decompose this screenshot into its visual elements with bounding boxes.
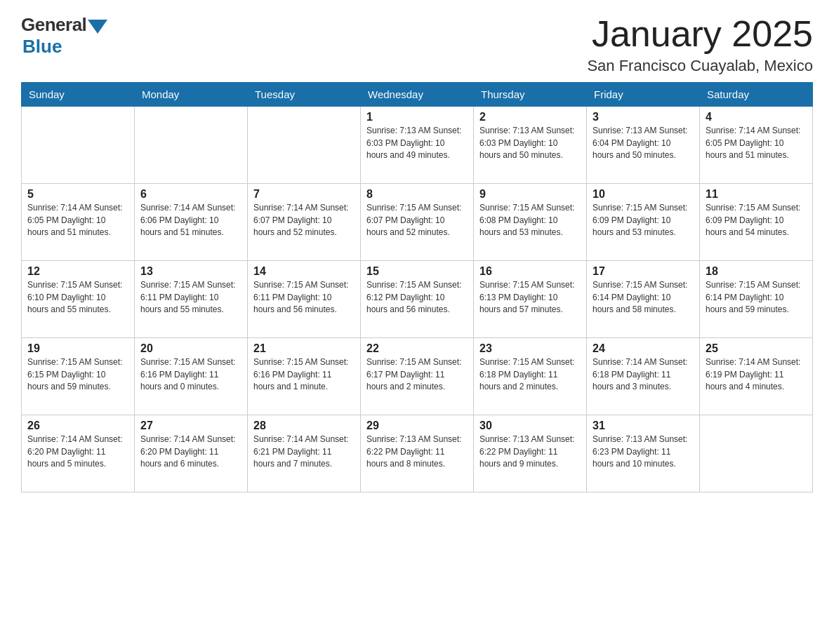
title-section: January 2025 San Francisco Cuayalab, Mex… <box>587 14 813 75</box>
day-number: 11 <box>706 188 807 201</box>
day-info: Sunrise: 7:15 AM Sunset: 6:16 PM Dayligh… <box>253 356 355 393</box>
day-number: 23 <box>479 342 581 355</box>
weekday-header-saturday: Saturday <box>700 83 813 107</box>
calendar-cell: 11Sunrise: 7:15 AM Sunset: 6:09 PM Dayli… <box>700 184 813 261</box>
logo-general-text: General <box>21 14 86 36</box>
day-number: 30 <box>479 420 581 432</box>
calendar-week-row: 1Sunrise: 7:13 AM Sunset: 6:03 PM Daylig… <box>22 107 813 184</box>
logo-triangle-icon <box>88 20 107 34</box>
day-info: Sunrise: 7:14 AM Sunset: 6:07 PM Dayligh… <box>253 202 355 239</box>
day-number: 12 <box>27 265 128 278</box>
day-number: 4 <box>706 111 807 123</box>
month-title: January 2025 <box>587 14 813 54</box>
day-number: 19 <box>27 342 128 355</box>
day-number: 29 <box>366 420 468 432</box>
calendar-cell <box>248 107 361 184</box>
calendar-cell: 26Sunrise: 7:14 AM Sunset: 6:20 PM Dayli… <box>22 415 135 492</box>
page-header: General Blue January 2025 San Francisco … <box>21 14 813 75</box>
calendar-cell: 25Sunrise: 7:14 AM Sunset: 6:19 PM Dayli… <box>700 338 813 415</box>
day-number: 9 <box>479 188 581 201</box>
day-info: Sunrise: 7:14 AM Sunset: 6:06 PM Dayligh… <box>140 202 241 239</box>
day-info: Sunrise: 7:14 AM Sunset: 6:19 PM Dayligh… <box>706 356 807 393</box>
day-number: 18 <box>706 265 807 278</box>
day-number: 27 <box>140 420 241 432</box>
day-number: 5 <box>27 188 128 201</box>
day-info: Sunrise: 7:15 AM Sunset: 6:11 PM Dayligh… <box>140 279 241 316</box>
day-info: Sunrise: 7:13 AM Sunset: 6:23 PM Dayligh… <box>593 434 694 470</box>
day-info: Sunrise: 7:15 AM Sunset: 6:13 PM Dayligh… <box>479 279 581 316</box>
day-info: Sunrise: 7:15 AM Sunset: 6:11 PM Dayligh… <box>253 279 355 316</box>
calendar-cell: 2Sunrise: 7:13 AM Sunset: 6:03 PM Daylig… <box>474 107 587 184</box>
logo: General Blue <box>21 14 107 58</box>
calendar-cell: 12Sunrise: 7:15 AM Sunset: 6:10 PM Dayli… <box>22 261 135 338</box>
day-info: Sunrise: 7:14 AM Sunset: 6:05 PM Dayligh… <box>706 125 807 161</box>
weekday-header-wednesday: Wednesday <box>361 83 474 107</box>
day-number: 15 <box>366 265 468 278</box>
day-number: 17 <box>593 265 694 278</box>
day-info: Sunrise: 7:15 AM Sunset: 6:12 PM Dayligh… <box>366 279 468 316</box>
day-info: Sunrise: 7:15 AM Sunset: 6:10 PM Dayligh… <box>27 279 128 316</box>
calendar-cell: 5Sunrise: 7:14 AM Sunset: 6:05 PM Daylig… <box>22 184 135 261</box>
day-info: Sunrise: 7:13 AM Sunset: 6:03 PM Dayligh… <box>366 125 468 161</box>
calendar-cell: 27Sunrise: 7:14 AM Sunset: 6:20 PM Dayli… <box>135 415 248 492</box>
calendar-cell: 14Sunrise: 7:15 AM Sunset: 6:11 PM Dayli… <box>248 261 361 338</box>
calendar-cell: 22Sunrise: 7:15 AM Sunset: 6:17 PM Dayli… <box>361 338 474 415</box>
day-info: Sunrise: 7:15 AM Sunset: 6:14 PM Dayligh… <box>706 279 807 316</box>
calendar-table: SundayMondayTuesdayWednesdayThursdayFrid… <box>21 82 813 492</box>
calendar-cell: 8Sunrise: 7:15 AM Sunset: 6:07 PM Daylig… <box>361 184 474 261</box>
day-info: Sunrise: 7:13 AM Sunset: 6:04 PM Dayligh… <box>593 125 694 161</box>
calendar-cell: 18Sunrise: 7:15 AM Sunset: 6:14 PM Dayli… <box>700 261 813 338</box>
day-number: 21 <box>253 342 355 355</box>
calendar-cell: 1Sunrise: 7:13 AM Sunset: 6:03 PM Daylig… <box>361 107 474 184</box>
calendar-cell: 28Sunrise: 7:14 AM Sunset: 6:21 PM Dayli… <box>248 415 361 492</box>
day-number: 7 <box>253 188 355 201</box>
calendar-cell: 13Sunrise: 7:15 AM Sunset: 6:11 PM Dayli… <box>135 261 248 338</box>
day-info: Sunrise: 7:15 AM Sunset: 6:15 PM Dayligh… <box>27 356 128 393</box>
weekday-header-row: SundayMondayTuesdayWednesdayThursdayFrid… <box>22 83 813 107</box>
calendar-cell: 30Sunrise: 7:13 AM Sunset: 6:22 PM Dayli… <box>474 415 587 492</box>
day-info: Sunrise: 7:15 AM Sunset: 6:14 PM Dayligh… <box>593 279 694 316</box>
calendar-cell: 4Sunrise: 7:14 AM Sunset: 6:05 PM Daylig… <box>700 107 813 184</box>
day-number: 20 <box>140 342 241 355</box>
day-number: 31 <box>593 420 694 432</box>
day-info: Sunrise: 7:14 AM Sunset: 6:21 PM Dayligh… <box>253 434 355 470</box>
day-number: 22 <box>366 342 468 355</box>
calendar-week-row: 12Sunrise: 7:15 AM Sunset: 6:10 PM Dayli… <box>22 261 813 338</box>
location-title: San Francisco Cuayalab, Mexico <box>587 57 813 75</box>
day-number: 2 <box>479 111 581 123</box>
day-info: Sunrise: 7:14 AM Sunset: 6:20 PM Dayligh… <box>27 434 128 470</box>
day-number: 8 <box>366 188 468 201</box>
day-number: 3 <box>593 111 694 123</box>
weekday-header-monday: Monday <box>135 83 248 107</box>
calendar-cell: 17Sunrise: 7:15 AM Sunset: 6:14 PM Dayli… <box>587 261 700 338</box>
calendar-cell: 3Sunrise: 7:13 AM Sunset: 6:04 PM Daylig… <box>587 107 700 184</box>
calendar-week-row: 19Sunrise: 7:15 AM Sunset: 6:15 PM Dayli… <box>22 338 813 415</box>
calendar-cell: 6Sunrise: 7:14 AM Sunset: 6:06 PM Daylig… <box>135 184 248 261</box>
weekday-header-sunday: Sunday <box>22 83 135 107</box>
day-info: Sunrise: 7:15 AM Sunset: 6:09 PM Dayligh… <box>593 202 694 239</box>
day-info: Sunrise: 7:15 AM Sunset: 6:16 PM Dayligh… <box>140 356 241 393</box>
weekday-header-friday: Friday <box>587 83 700 107</box>
calendar-cell: 10Sunrise: 7:15 AM Sunset: 6:09 PM Dayli… <box>587 184 700 261</box>
calendar-cell: 20Sunrise: 7:15 AM Sunset: 6:16 PM Dayli… <box>135 338 248 415</box>
day-info: Sunrise: 7:13 AM Sunset: 6:22 PM Dayligh… <box>479 434 581 470</box>
calendar-cell: 21Sunrise: 7:15 AM Sunset: 6:16 PM Dayli… <box>248 338 361 415</box>
weekday-header-tuesday: Tuesday <box>248 83 361 107</box>
day-number: 6 <box>140 188 241 201</box>
calendar-cell <box>22 107 135 184</box>
calendar-cell <box>700 415 813 492</box>
calendar-cell: 15Sunrise: 7:15 AM Sunset: 6:12 PM Dayli… <box>361 261 474 338</box>
calendar-cell: 31Sunrise: 7:13 AM Sunset: 6:23 PM Dayli… <box>587 415 700 492</box>
weekday-header-thursday: Thursday <box>474 83 587 107</box>
day-number: 26 <box>27 420 128 432</box>
calendar-cell: 9Sunrise: 7:15 AM Sunset: 6:08 PM Daylig… <box>474 184 587 261</box>
calendar-cell: 23Sunrise: 7:15 AM Sunset: 6:18 PM Dayli… <box>474 338 587 415</box>
calendar-week-row: 26Sunrise: 7:14 AM Sunset: 6:20 PM Dayli… <box>22 415 813 492</box>
day-info: Sunrise: 7:15 AM Sunset: 6:18 PM Dayligh… <box>479 356 581 393</box>
day-info: Sunrise: 7:15 AM Sunset: 6:07 PM Dayligh… <box>366 202 468 239</box>
day-number: 16 <box>479 265 581 278</box>
day-number: 25 <box>706 342 807 355</box>
day-info: Sunrise: 7:14 AM Sunset: 6:20 PM Dayligh… <box>140 434 241 470</box>
day-number: 13 <box>140 265 241 278</box>
calendar-cell: 7Sunrise: 7:14 AM Sunset: 6:07 PM Daylig… <box>248 184 361 261</box>
